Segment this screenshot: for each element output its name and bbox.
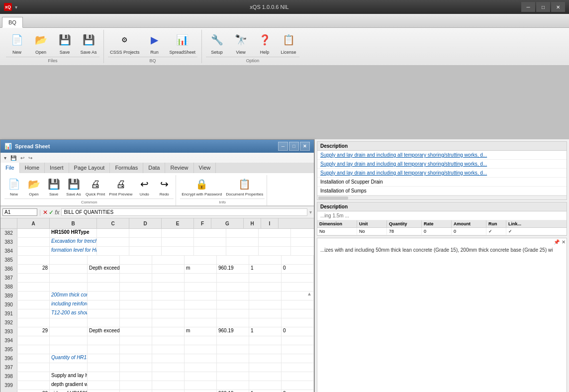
grid-cell[interactable] <box>194 238 226 246</box>
row-num[interactable]: 393 <box>0 327 17 336</box>
grid-cell[interactable] <box>249 354 282 363</box>
grid-cell[interactable] <box>120 354 152 363</box>
ss-tab-file[interactable]: File <box>0 163 20 173</box>
grid-cell[interactable] <box>17 381 50 390</box>
grid-cell[interactable] <box>120 283 152 291</box>
grid-cell[interactable] <box>185 372 217 381</box>
grid-cell[interactable] <box>152 309 185 318</box>
grid-cell[interactable] <box>152 390 185 392</box>
grid-cell[interactable] <box>217 292 249 300</box>
formula-cancel-icon[interactable]: ✕ <box>43 209 48 216</box>
grid-cell[interactable]: 0 <box>282 390 314 392</box>
grid-cell[interactable] <box>217 372 249 381</box>
grid-cell[interactable] <box>152 283 185 291</box>
grid-cell[interactable] <box>129 229 162 237</box>
grid-cell[interactable]: m <box>185 327 217 336</box>
grid-cell[interactable]: formation level for HR1500:- <box>50 247 97 255</box>
grid-cell[interactable] <box>152 256 185 264</box>
grid-cell[interactable] <box>88 354 120 363</box>
ribbon-view-button[interactable]: 🔭 View <box>230 30 252 56</box>
grid-cell[interactable] <box>217 363 249 372</box>
grid-cell[interactable] <box>17 283 50 291</box>
row-num[interactable]: 383 <box>0 238 17 246</box>
grid-cell[interactable]: including reinforcement of T12-150 and <box>50 300 88 309</box>
grid-cell[interactable] <box>259 247 291 255</box>
grid-cell[interactable] <box>17 336 50 345</box>
ss-save-quick[interactable]: 💾 <box>9 155 18 161</box>
row-num[interactable]: 397 <box>0 363 17 372</box>
grid-cell[interactable]: 960.19 <box>217 390 249 392</box>
grid-cell[interactable]: Depth exceeding 1.5m <box>88 327 120 336</box>
grid-cell[interactable] <box>152 336 185 345</box>
grid-cell[interactable] <box>282 300 314 309</box>
grid-cell[interactable] <box>249 318 282 327</box>
grid-cell[interactable] <box>97 238 129 246</box>
grid-cell[interactable]: Depth exceeding 1.875m <box>88 265 120 273</box>
grid-cell[interactable] <box>152 354 185 363</box>
row-num[interactable]: 382 <box>0 229 17 237</box>
ribbon-spreadsheet-button[interactable]: 📊 SpreadSheet <box>168 30 198 56</box>
grid-cell[interactable] <box>217 345 249 354</box>
list-item[interactable]: Installation of Sumps <box>317 187 567 196</box>
menu-icon[interactable]: ▾ <box>15 4 17 10</box>
ss-save-button[interactable]: 💾 Save <box>44 175 63 197</box>
grid-cell[interactable] <box>88 292 120 300</box>
grid-cell[interactable] <box>185 381 217 390</box>
grid-cell[interactable] <box>88 274 120 282</box>
col-header-g[interactable]: G <box>211 218 244 228</box>
grid-cell[interactable] <box>226 229 259 237</box>
grid-cell[interactable] <box>194 229 226 237</box>
grid-cell[interactable] <box>17 256 50 264</box>
row-num[interactable]: 388 <box>0 283 17 291</box>
grid-cell[interactable] <box>185 309 217 318</box>
grid-cell[interactable] <box>152 345 185 354</box>
grid-cell[interactable] <box>152 372 185 381</box>
right-top-scrollbar[interactable] <box>317 196 567 199</box>
grid-cell[interactable] <box>194 247 226 255</box>
row-num[interactable]: 384 <box>0 247 17 255</box>
grid-cell[interactable] <box>120 381 152 390</box>
grid-cell[interactable] <box>249 283 282 291</box>
maximize-button[interactable]: □ <box>536 2 550 12</box>
grid-cell[interactable]: depth gradient with concrete infill to b… <box>50 381 88 390</box>
ss-docprops-button[interactable]: 📋 Document Properties <box>224 175 265 197</box>
grid-cell[interactable] <box>217 274 249 282</box>
row-num[interactable]: 398 <box>0 372 17 381</box>
ss-tab-review[interactable]: Review <box>165 163 193 173</box>
ss-tab-home[interactable]: Home <box>20 163 45 173</box>
grid-cell[interactable]: Excavation for trench from proposed <box>50 238 97 246</box>
grid-cell[interactable]: T12-200 as shown for HR1500 <box>50 309 88 318</box>
grid-cell[interactable] <box>185 300 217 309</box>
ss-undo-button[interactable]: ↩ Undo <box>135 175 154 197</box>
grid-cell[interactable] <box>17 247 50 255</box>
ss-quick-icon[interactable]: ▾ <box>2 155 8 161</box>
grid-cell[interactable]: 200mm thick concrete base (Grade 20) <box>50 292 88 300</box>
grid-cell[interactable] <box>97 229 129 237</box>
row-num[interactable]: 391 <box>0 309 17 318</box>
grid-cell[interactable] <box>185 336 217 345</box>
ss-ribbon-collapse[interactable]: ▲ <box>307 291 312 296</box>
grid-cell[interactable] <box>282 318 314 327</box>
grid-cell[interactable]: 1 <box>249 390 282 392</box>
grid-cell[interactable] <box>217 354 249 363</box>
grid-cell[interactable]: 29 <box>17 327 50 336</box>
grid-cell[interactable] <box>152 265 185 273</box>
grid-cell[interactable] <box>88 256 120 264</box>
ribbon-csss-button[interactable]: ⚙ CSSS Projects <box>108 30 142 56</box>
grid-cell[interactable] <box>291 247 314 255</box>
row-num[interactable]: 400 <box>0 390 17 392</box>
grid-cell[interactable] <box>88 345 120 354</box>
grid-cell[interactable] <box>249 336 282 345</box>
grid-cell[interactable] <box>249 309 282 318</box>
tab-bq[interactable]: BQ <box>2 17 23 28</box>
grid-cell[interactable] <box>162 238 194 246</box>
grid-cell[interactable] <box>50 283 88 291</box>
grid-cell[interactable] <box>282 256 314 264</box>
grid-cell[interactable] <box>185 345 217 354</box>
row-num[interactable]: 394 <box>0 336 17 345</box>
grid-cell[interactable] <box>249 372 282 381</box>
grid-cell[interactable] <box>217 256 249 264</box>
grid-cell[interactable] <box>88 318 120 327</box>
grid-cell[interactable]: 0 <box>282 327 314 336</box>
grid-cell[interactable] <box>152 318 185 327</box>
